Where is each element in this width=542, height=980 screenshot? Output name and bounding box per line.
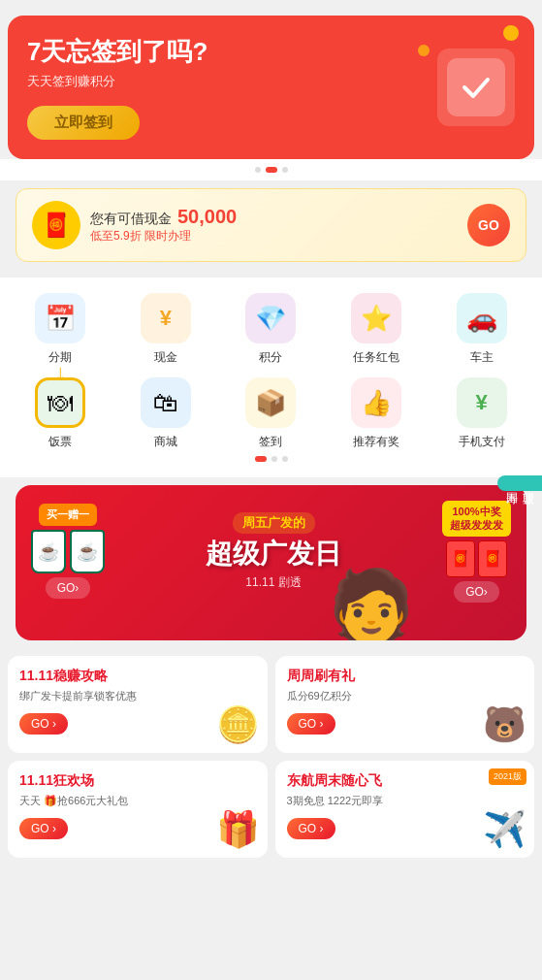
promo-card-2-go[interactable]: GO › (287, 713, 335, 735)
food-ticket-label: 饭票 (48, 434, 72, 450)
promo-card-3-img: 🎁 (216, 809, 260, 850)
points-label: 积分 (259, 349, 282, 366)
points-icon: 💎 (245, 293, 296, 343)
loan-desc: 低至5.9折 限时办理 (90, 228, 458, 245)
promo-card-2-desc: 瓜分69亿积分 (287, 689, 524, 703)
icon-task-hongbao[interactable]: ⭐ 任务红包 (324, 293, 430, 366)
go-btn-left[interactable]: GO› (46, 577, 91, 599)
promo-card-3[interactable]: 11.11狂欢场 天天 🎁抢666元大礼包 GO › 🎁 (8, 761, 268, 858)
cash-label: 现金 (154, 349, 177, 366)
icon-dot-1 (255, 456, 267, 462)
promo-card-3-title: 11.11狂欢场 (19, 772, 256, 790)
person-decoration: 🧑 (328, 571, 415, 640)
go-btn-right[interactable]: GO› (454, 581, 499, 603)
cash-icon: ¥ (141, 293, 191, 343)
icon-checkin[interactable]: 📦 签到 (218, 377, 324, 450)
red-env-1: 🧧 (446, 540, 475, 577)
installment-icon: 📅 (35, 293, 85, 343)
icons-grid: 📅 分期 ¥ 现金 💎 积分 ⭐ 任务红包 🚗 车主 ↓ 🍽 (8, 293, 534, 450)
float-sidebar[interactable]: 国寿联盟 (497, 475, 542, 491)
icon-car-owner[interactable]: 🚗 车主 (429, 293, 534, 366)
icon-points[interactable]: 💎 积分 (218, 293, 324, 366)
super-day-left: 买一赠一 ☕ ☕ GO› (31, 504, 105, 599)
task-hongbao-label: 任务红包 (353, 349, 399, 366)
promo-card-4-title: 东航周末随心飞 (287, 772, 524, 790)
promo-cards-grid: 11.11稳赚攻略 绑广发卡提前享锁客优惠 GO › 🪙 周周刷有礼 瓜分69亿… (8, 656, 534, 858)
promo-card-1-img: 🪙 (216, 704, 260, 745)
car-owner-icon: 🚗 (457, 293, 507, 343)
icon-dot-3 (282, 456, 288, 462)
checkin-label: 签到 (259, 434, 282, 450)
promo-card-1-go[interactable]: GO › (19, 713, 68, 735)
promo-card-2-img: 🐻 (483, 704, 526, 745)
checkin-banner: 7天忘签到了吗? 天天签到赚积分 立即签到 (8, 16, 534, 159)
task-hongbao-icon: ⭐ (351, 293, 401, 343)
starbucks-cups: ☕ ☕ (31, 530, 105, 573)
red-envelopes: 🧧 🧧 (446, 540, 507, 577)
dot-1 (255, 167, 261, 173)
super-day-inner: 买一赠一 ☕ ☕ GO› 周五广发的 超级广发日 11.11 剧透 100%中奖… (31, 501, 511, 603)
cup-2: ☕ (70, 530, 105, 573)
dot-3 (282, 167, 288, 173)
hundred-tag: 100%中奖超级发发发 (442, 501, 511, 537)
promo-card-3-go[interactable]: GO › (19, 818, 68, 839)
cup-1: ☕ (31, 530, 66, 573)
icon-mall[interactable]: 🛍 商城 (113, 377, 219, 450)
mobile-pay-label: 手机支付 (459, 434, 505, 450)
promo-card-1[interactable]: 11.11稳赚攻略 绑广发卡提前享锁客优惠 GO › 🪙 (8, 656, 268, 753)
promo-card-4-go[interactable]: GO › (287, 818, 335, 839)
icon-cash[interactable]: ¥ 现金 (113, 293, 219, 366)
loan-text: 您有可借现金 50,000 低至5.9折 限时办理 (90, 206, 458, 245)
check-icon (447, 58, 505, 116)
mall-icon: 🛍 (141, 377, 191, 428)
loan-amount: 50,000 (177, 206, 237, 228)
mall-label: 商城 (154, 434, 177, 450)
icon-installment[interactable]: 📅 分期 (8, 293, 113, 366)
super-day-banner: 买一赠一 ☕ ☕ GO› 周五广发的 超级广发日 11.11 剧透 100%中奖… (16, 485, 526, 640)
promo-card-1-title: 11.11稳赚攻略 (19, 668, 256, 685)
mobile-pay-icon: ¥ (457, 377, 507, 428)
promo-card-3-desc: 天天 🎁抢666元大礼包 (19, 794, 256, 808)
promo-card-4-desc: 3期免息 1222元即享 (287, 794, 524, 808)
loan-go-button[interactable]: GO (467, 204, 510, 246)
promo-card-2[interactable]: 周周刷有礼 瓜分69亿积分 GO › 🐻 (275, 656, 535, 753)
banner-dots (0, 159, 542, 180)
promo-card-2-title: 周周刷有礼 (287, 668, 524, 685)
buy-one-tag: 买一赠一 (39, 504, 97, 526)
loan-banner[interactable]: 🧧 您有可借现金 50,000 低至5.9折 限时办理 GO (16, 188, 526, 262)
recommend-label: 推荐有奖 (353, 434, 399, 450)
checkin-button[interactable]: 立即签到 (27, 106, 140, 140)
promo-card-4-img: ✈️ (483, 809, 526, 850)
super-day-title: 超级广发日 (105, 538, 442, 571)
loan-title-prefix: 您有可借现金 (90, 211, 172, 228)
banner-icon (437, 49, 515, 126)
icon-mobile-pay[interactable]: ¥ 手机支付 (429, 377, 534, 450)
icon-dot-2 (271, 456, 277, 462)
car-owner-label: 车主 (470, 349, 494, 366)
icon-recommend[interactable]: 👍 推荐有奖 (324, 377, 430, 450)
guangfa-subtitle: 周五广发的 (233, 512, 315, 534)
year-badge: 2021版 (489, 768, 526, 785)
super-day-right: 100%中奖超级发发发 🧧 🧧 GO› (442, 501, 511, 603)
dot-2 (266, 167, 277, 173)
promo-card-1-desc: 绑广发卡提前享锁客优惠 (19, 689, 256, 703)
icon-food-ticket[interactable]: ↓ 🍽 饭票 (8, 377, 113, 450)
icons-section: 📅 分期 ¥ 现金 💎 积分 ⭐ 任务红包 🚗 车主 ↓ 🍽 (0, 278, 542, 477)
recommend-icon: 👍 (351, 377, 401, 428)
icon-page-dots (8, 450, 534, 462)
loan-mascot: 🧧 (32, 201, 80, 249)
red-env-2: 🧧 (478, 540, 507, 577)
checkin-icon: 📦 (245, 377, 296, 428)
promo-card-4[interactable]: 2021版 东航周末随心飞 3期免息 1222元即享 GO › ✈️ (275, 761, 535, 858)
